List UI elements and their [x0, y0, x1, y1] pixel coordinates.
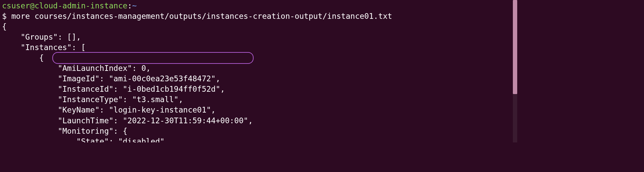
scrollbar-thumb[interactable] [513, 0, 517, 94]
output-line-4: { [2, 53, 515, 63]
terminal-window: csuser@cloud-admin-instance:~ $ more cou… [0, 0, 517, 142]
output-line-3: "Instances": [ [2, 42, 515, 53]
output-line-2: "Groups": [], [2, 32, 515, 42]
output-line-8: "InstanceType": "t3.small", [2, 94, 515, 105]
prompt-host: cloud-admin-instance [35, 1, 127, 10]
output-line-7: "InstanceId": "i-0bed1cb194ff0f52d", [2, 84, 515, 94]
prompt-cwd: ~ [132, 1, 137, 10]
prompt-at: @ [30, 1, 35, 10]
output-line-11: "Monitoring": { [2, 126, 515, 136]
output-line-9: "KeyName": "login-key-instance01", [2, 105, 515, 115]
prompt-colon: : [127, 1, 132, 10]
prompt-user: csuser [2, 1, 30, 10]
prompt-dollar: $ [2, 12, 11, 20]
output-line-5: "AmiLaunchIndex": 0, [2, 63, 515, 74]
command-text: more courses/instances-management/output… [11, 12, 392, 20]
shell-prompt: csuser@cloud-admin-instance:~ [2, 1, 515, 11]
command-line[interactable]: $ more courses/instances-management/outp… [2, 11, 515, 22]
output-line-1: { [2, 22, 515, 32]
output-line-12: "State": "disabled" [2, 136, 515, 142]
vertical-scrollbar[interactable] [513, 0, 517, 142]
output-line-6: "ImageId": "ami-00c0ea23e53f48472", [2, 74, 515, 84]
output-line-10: "LaunchTime": "2022-12-30T11:59:44+00:00… [2, 116, 515, 126]
